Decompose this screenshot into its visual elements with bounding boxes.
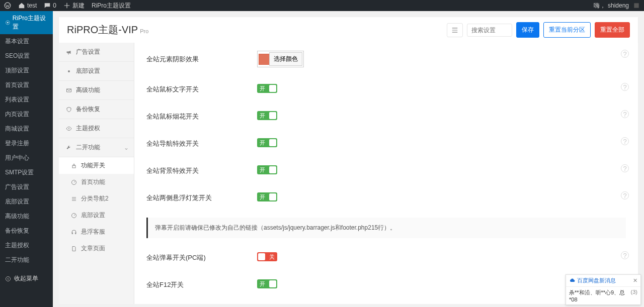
setting-f12: 全站F12开关开? (134, 271, 638, 298)
toggle[interactable]: 开 (257, 138, 277, 147)
sidebar-item-4[interactable]: 列表设置 (0, 92, 53, 107)
sidebar-item-9[interactable]: SMTP设置 (0, 165, 53, 180)
panel-nav-主题授权[interactable]: 主题授权 (59, 119, 134, 138)
wrench-icon (66, 145, 72, 151)
sidebar-item-13[interactable]: 备份恢复 (0, 224, 53, 238)
site-name: test (27, 2, 37, 9)
main-content: RiPRO主题-VIPPro 保存 重置当前分区 重置全部 广告设置底部设置高级… (53, 11, 644, 307)
help-icon[interactable]: ? (621, 191, 629, 199)
toggle[interactable]: 关 (257, 252, 277, 261)
gear-icon (5, 20, 11, 26)
svg-point-2 (7, 22, 9, 24)
sidebar-item-15[interactable]: 二开功能 (0, 253, 53, 267)
header-card: RiPRO主题-VIPPro 保存 重置当前分区 重置全部 (59, 17, 638, 43)
panel-nav-备份恢复[interactable]: 备份恢复 (59, 100, 134, 119)
setting-label: 全站弹幕开关(PC端) (146, 253, 257, 262)
wp-logo[interactable] (4, 2, 11, 9)
save-button[interactable]: 保存 (516, 22, 539, 38)
envelope-icon (66, 87, 72, 93)
comments-count: 0 (53, 2, 56, 9)
sidebar-item-7[interactable]: 登录注册 (0, 136, 53, 151)
sidebar-item-5[interactable]: 内页设置 (0, 107, 53, 122)
toggle[interactable]: 开 (257, 84, 277, 93)
panel-nav-高级功能[interactable]: 高级功能 (59, 81, 134, 100)
setting-lantern: 全站两侧悬浮灯笼开关开? (134, 184, 638, 212)
sidebar-item-0[interactable]: 基本设置 (0, 34, 53, 49)
search-input[interactable] (467, 24, 512, 37)
headset-icon (71, 229, 77, 235)
notice-box: 弹幕开启前请确保已修改为自己的链接（assets/js/jquery.barra… (146, 218, 626, 238)
help-icon[interactable]: ? (621, 164, 629, 172)
setting-label: 全站背景特效开关 (146, 166, 257, 175)
cloud-icon (569, 278, 575, 284)
user-greeting[interactable]: 嗨，shideng (594, 2, 640, 10)
bullhorn-icon (66, 49, 72, 55)
page-title: RiPRO主题-VIPPro (67, 23, 148, 37)
notif-count: (3) (631, 289, 637, 302)
shield-icon (66, 107, 72, 113)
panel-nav-广告设置[interactable]: 广告设置 (59, 43, 134, 62)
sidebar-item-12[interactable]: 高级功能 (0, 209, 53, 224)
panel-subnav-底部设置[interactable]: 底部设置 (59, 207, 134, 224)
reset-all-button[interactable]: 重置全部 (595, 22, 630, 38)
panel-subnav-分类导航2[interactable]: 分类导航2 (59, 190, 134, 207)
list-icon (71, 196, 77, 202)
collapse-icon (5, 276, 11, 282)
setting-shadow: 全站元素阴影效果选择颜色? (134, 43, 638, 76)
help-icon[interactable]: ? (621, 110, 629, 118)
panel-subnav-悬浮客服[interactable]: 悬浮客服 (59, 224, 134, 240)
panel-nav-二开功能[interactable]: 二开功能 (59, 138, 134, 157)
panel-subnav-功能开关[interactable]: 功能开关 (59, 157, 134, 174)
toggle[interactable]: 开 (257, 111, 277, 120)
comments-link[interactable]: 0 (44, 2, 56, 9)
new-link[interactable]: 新建 (63, 2, 85, 10)
toggle[interactable]: 开 (257, 192, 277, 201)
panel-nav-底部设置[interactable]: 底部设置 (59, 62, 134, 81)
dot-icon (66, 68, 72, 74)
settings-nav: 广告设置底部设置高级功能备份恢复主题授权二开功能功能开关首页功能分类导航2底部设… (59, 43, 134, 304)
notif-body: 杀**和沿、听**心9、总*08 (569, 289, 631, 302)
setting-label: 全站鼠标文字开关 (146, 85, 257, 94)
theme-link[interactable]: RiPro主题设置 (92, 2, 131, 10)
settings-panel: 全站元素阴影效果选择颜色?全站鼠标文字开关开?全站鼠标烟花开关开?全站导航特效开… (134, 43, 638, 304)
svg-point-3 (6, 276, 11, 281)
help-icon[interactable]: ? (621, 251, 629, 259)
sidebar-item-2[interactable]: 顶部设置 (0, 63, 53, 78)
help-icon[interactable]: ? (621, 137, 629, 145)
sidebar-item-1[interactable]: SEO设置 (0, 49, 53, 63)
sidebar-item-8[interactable]: 用户中心 (0, 151, 53, 165)
sidebar-item-10[interactable]: 广告设置 (0, 180, 53, 194)
panel-subnav-文章页面[interactable]: 文章页面 (59, 240, 134, 257)
list-view-button[interactable] (447, 23, 463, 37)
notif-close[interactable]: ✕ (633, 277, 637, 284)
help-icon[interactable]: ? (621, 50, 629, 58)
collapse-menu[interactable]: 收起菜单 (0, 271, 53, 286)
notif-title: 百度网盘新消息 (577, 277, 616, 284)
panel-subnav-首页功能[interactable]: 首页功能 (59, 174, 134, 190)
admin-bar: test 0 新建 RiPro主题设置 嗨，shideng (0, 0, 644, 11)
color-swatch (259, 54, 270, 65)
svg-rect-1 (634, 3, 638, 8)
svg-rect-6 (72, 165, 75, 168)
dashboard-icon (71, 179, 77, 185)
sidebar-item-6[interactable]: 商城设置 (0, 122, 53, 136)
toggle[interactable]: 开 (257, 279, 277, 288)
sidebar-item-14[interactable]: 主题授权 (0, 238, 53, 253)
help-icon[interactable]: ? (621, 83, 629, 91)
setting-label: 全站两侧悬浮灯笼开关 (146, 193, 257, 202)
setting-label: 全站F12开关 (146, 280, 257, 289)
reset-section-button[interactable]: 重置当前分区 (543, 22, 591, 38)
sidebar-item-3[interactable]: 首页设置 (0, 78, 53, 92)
sidebar-current[interactable]: RiPro主题设置 (0, 11, 53, 34)
lock-icon (71, 163, 77, 169)
sidebar-item-11[interactable]: 底部设置 (0, 194, 53, 209)
color-picker[interactable]: 选择颜色 (257, 51, 304, 67)
setting-mouse_text: 全站鼠标文字开关开? (134, 76, 638, 103)
site-home[interactable]: test (18, 2, 37, 9)
color-select-button[interactable]: 选择颜色 (269, 52, 302, 66)
svg-point-5 (68, 128, 69, 129)
page-icon (71, 246, 77, 252)
svg-point-4 (68, 70, 70, 72)
toggle[interactable]: 开 (257, 165, 277, 174)
new-label: 新建 (72, 2, 85, 10)
